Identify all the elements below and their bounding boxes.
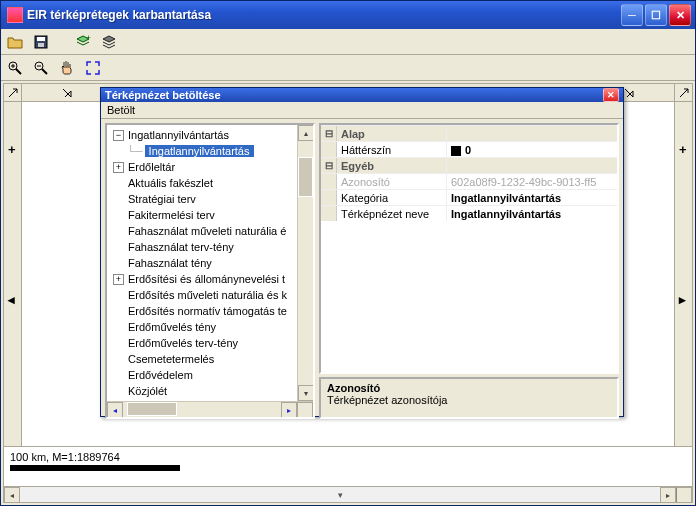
prop-value[interactable]: 0 [465, 144, 471, 156]
ruler-corner [4, 84, 22, 101]
scroll-track[interactable]: ▾ [20, 487, 660, 502]
prop-name: Kategória [337, 190, 447, 205]
svg-rect-2 [38, 43, 44, 47]
layers-icon[interactable] [99, 32, 119, 52]
scroll-right-icon[interactable]: ▸ [281, 402, 297, 418]
tree-item[interactable]: Fakitermelési terv [128, 209, 215, 221]
scroll-right-icon[interactable]: ▸ [660, 487, 676, 503]
collapse-icon[interactable]: ⊟ [321, 158, 337, 173]
ruler-corner-right [674, 84, 692, 101]
tree-scrollbar-horizontal[interactable]: ◂ ▸ [107, 401, 313, 417]
app-icon [7, 7, 23, 23]
collapse-icon[interactable]: ⊟ [321, 126, 337, 141]
property-grid[interactable]: ⊟ Alap Háttérszín 0 ⊟ Egyéb [319, 123, 619, 374]
collapse-icon[interactable]: − [113, 130, 124, 141]
tree-item[interactable]: Erdőleltár [128, 161, 175, 173]
tree-scrollbar-vertical[interactable]: ▴ ▾ [297, 125, 313, 401]
window-title: EIR térképrétegek karbantartása [27, 8, 621, 22]
load-mapview-dialog: Térképnézet betöltése ✕ Betölt −Ingatlan… [100, 87, 624, 417]
tree-item[interactable]: Fahasználat tény [128, 257, 212, 269]
scroll-thumb[interactable] [127, 402, 177, 416]
tree-item[interactable]: Erdősítési és állománynevelési t [128, 273, 285, 285]
help-title: Azonosító [327, 382, 611, 394]
mapview-tree[interactable]: −Ingatlannyilvántartás └─Ingatlannyilván… [107, 125, 313, 401]
ruler-marker-icon [624, 88, 634, 100]
tree-item[interactable]: Erdőművelés tény [128, 321, 216, 333]
help-description: Térképnézet azonosítója [327, 394, 611, 406]
scale-label: 100 km, M=1:1889764 [10, 451, 686, 463]
ruler-marker-icon [62, 88, 72, 100]
prop-value[interactable]: Ingatlannyilvántartás [447, 190, 617, 205]
tree-item[interactable]: Erdővédelem [128, 369, 193, 381]
color-swatch [451, 146, 461, 156]
property-help: Azonosító Térképnézet azonosítója [319, 377, 619, 419]
main-titlebar: EIR térképrétegek karbantartása ─ ☐ ✕ [1, 1, 695, 29]
tree-item[interactable]: Aktuális fakészlet [128, 177, 213, 189]
scroll-down-icon[interactable]: ▾ [298, 385, 314, 401]
dialog-title: Térképnézet betöltése [105, 89, 603, 101]
plus-marker: + [8, 142, 16, 157]
scroll-left-icon[interactable]: ◂ [107, 402, 123, 418]
prop-name: Azonosító [337, 174, 447, 189]
open-icon[interactable] [5, 32, 25, 52]
prop-category: Alap [337, 126, 447, 141]
prop-name: Háttérszín [337, 142, 447, 157]
arrow-marker: ▸ [679, 292, 686, 307]
plus-marker: + [679, 142, 687, 157]
pan-icon[interactable] [57, 58, 77, 78]
svg-line-9 [42, 69, 47, 74]
tree-item[interactable]: Fahasználat terv-tény [128, 241, 234, 253]
ruler-vertical-right: + ▸ [674, 102, 692, 446]
close-button[interactable]: ✕ [669, 4, 691, 26]
toolbar-file: + [1, 29, 695, 55]
tree-item[interactable]: Erdősítés műveleti naturália és k [128, 289, 287, 301]
scale-bar [10, 465, 180, 471]
tree-item[interactable]: Ingatlannyilvántartás [128, 129, 229, 141]
svg-rect-1 [37, 37, 45, 41]
prop-value[interactable]: Ingatlannyilvántartás [447, 206, 617, 221]
tree-item-selected[interactable]: Ingatlannyilvántartás [145, 145, 254, 157]
zoom-extents-icon[interactable] [83, 58, 103, 78]
dialog-titlebar: Térképnézet betöltése ✕ [101, 88, 623, 102]
tree-panel: −Ingatlannyilvántartás └─Ingatlannyilván… [105, 123, 315, 419]
toolbar-view [1, 55, 695, 81]
prop-name: Térképnézet neve [337, 206, 447, 221]
tree-item[interactable]: Stratégiai terv [128, 193, 196, 205]
prop-category: Egyéb [337, 158, 447, 173]
zoom-in-icon[interactable] [5, 58, 25, 78]
arrow-marker: ◂ [8, 292, 15, 307]
svg-text:+: + [86, 34, 91, 42]
maximize-button[interactable]: ☐ [645, 4, 667, 26]
horizontal-scrollbar[interactable]: ◂ ▾ ▸ [4, 486, 692, 502]
tree-item[interactable]: Erdőművelés terv-tény [128, 337, 238, 349]
scroll-corner [676, 487, 692, 503]
layers-add-icon[interactable]: + [73, 32, 93, 52]
ruler-vertical-left: + ◂ [4, 102, 22, 446]
minimize-button[interactable]: ─ [621, 4, 643, 26]
tree-item[interactable]: Erdősítés normatív támogatás te [128, 305, 287, 317]
zoom-out-icon[interactable] [31, 58, 51, 78]
status-bar: 100 km, M=1:1889764 [4, 446, 692, 486]
tree-item[interactable]: Csemetetermelés [128, 353, 214, 365]
save-icon[interactable] [31, 32, 51, 52]
prop-value: 602a08f9-1232-49bc-9013-ff5 [447, 174, 617, 189]
menu-load[interactable]: Betölt [107, 104, 135, 116]
scroll-corner [297, 402, 313, 418]
tree-item[interactable]: Fahasználat műveleti naturália é [128, 225, 286, 237]
expand-icon[interactable]: + [113, 274, 124, 285]
scroll-up-icon[interactable]: ▴ [298, 125, 314, 141]
scroll-left-icon[interactable]: ◂ [4, 487, 20, 503]
tree-item[interactable]: Közjólét [128, 385, 167, 397]
expand-icon[interactable]: + [113, 162, 124, 173]
svg-line-5 [16, 69, 21, 74]
dialog-close-button[interactable]: ✕ [603, 88, 619, 102]
scroll-thumb[interactable] [298, 157, 313, 197]
